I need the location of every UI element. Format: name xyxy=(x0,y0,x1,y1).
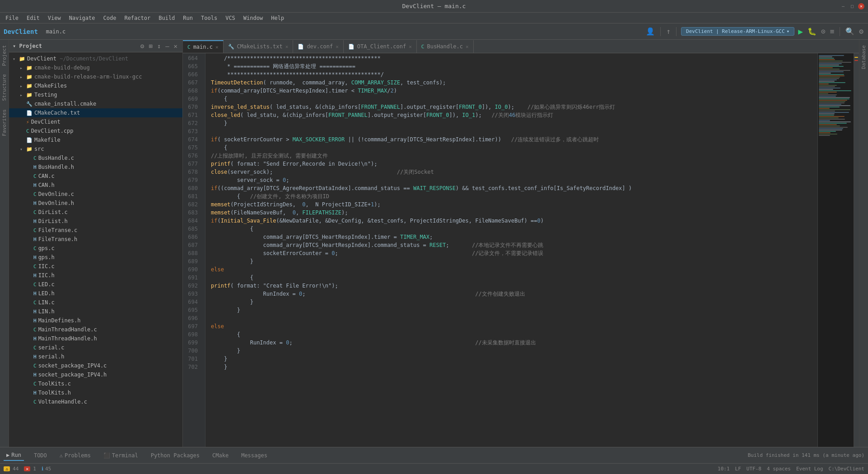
tree-item-dirlist-h[interactable]: ▸ H DirList.h xyxy=(9,217,182,226)
tree-item-gps-c[interactable]: ▸ C gps.c xyxy=(9,244,182,253)
menu-file[interactable]: File xyxy=(2,14,22,22)
run-button[interactable]: ▶ xyxy=(797,26,804,37)
panel-collapse-icon[interactable]: – xyxy=(164,42,170,50)
tree-item-serial-c[interactable]: ▸ C serial.c xyxy=(9,343,182,352)
tree-label-devclient-cpp: DevClient.cpp xyxy=(31,128,74,134)
side-tab-favorites[interactable]: Favorites xyxy=(0,106,8,140)
tree-item-socket-ipv4-h[interactable]: ▸ H socket_package_IPV4.h xyxy=(9,370,182,379)
tree-item-can-h[interactable]: ▸ H CAN.h xyxy=(9,181,182,190)
profile-icon[interactable]: 👤 xyxy=(645,26,656,37)
tree-item-serial-h[interactable]: ▸ H serial.h xyxy=(9,352,182,361)
menu-build[interactable]: Build xyxy=(155,14,178,22)
settings-icon[interactable]: ⚙ xyxy=(858,26,864,37)
file-tree: ▾ 📁 DevClient ~/Documents/DevClient ▸ 📁 … xyxy=(9,52,182,447)
menu-help[interactable]: Help xyxy=(267,14,288,22)
tree-item-testing[interactable]: ▸ 📁 Testing xyxy=(9,90,182,99)
tree-item-bushandle-c[interactable]: ▸ C BusHandle.c xyxy=(9,153,182,163)
tree-item-socket-ipv4-c[interactable]: ▸ C socket_package_IPV4.c xyxy=(9,361,182,370)
bottom-tab-run[interactable]: ▶ Run xyxy=(4,450,24,461)
tab-close-dev-conf[interactable]: ✕ xyxy=(336,44,339,50)
bottom-tab-cmake[interactable]: CMake xyxy=(210,451,231,460)
tree-item-iic-c[interactable]: ▸ C IIC.c xyxy=(9,262,182,271)
menu-navigate[interactable]: Navigate xyxy=(65,14,99,22)
tree-item-gps-h[interactable]: ▸ H gps.h xyxy=(9,253,182,262)
status-indent[interactable]: 4 spaces xyxy=(767,466,791,472)
minimap-line xyxy=(819,58,834,59)
tree-item-toolkits-h[interactable]: ▸ H ToolKits.h xyxy=(9,388,182,397)
status-line-ending[interactable]: LF xyxy=(735,466,741,472)
tree-item-can-c[interactable]: ▸ C CAN.c xyxy=(9,172,182,181)
panel-sort-icon[interactable]: ↕ xyxy=(156,42,162,50)
tab-dev-conf[interactable]: 📄 dev.conf ✕ xyxy=(293,40,343,53)
tree-item-mainthreadhandle-c[interactable]: ▸ C MainThreadHandle.c xyxy=(9,325,182,334)
tree-item-devclient-cpp[interactable]: ▸ C DevClient.cpp xyxy=(9,126,182,135)
tab-ota-conf[interactable]: 📄 OTA_Client.conf ✕ xyxy=(344,40,417,53)
side-tab-structure[interactable]: Structure xyxy=(0,70,8,105)
tree-item-led-c[interactable]: ▸ C LED.c xyxy=(9,280,182,289)
side-tab-project[interactable]: Project xyxy=(0,42,8,70)
tree-item-filetranse-c[interactable]: ▸ C FileTranse.c xyxy=(9,226,182,235)
tree-item-lin-c[interactable]: ▸ C LIN.c xyxy=(9,298,182,307)
tab-close-bushandle-c[interactable]: ✕ xyxy=(466,44,469,50)
tree-item-lin-h[interactable]: ▸ H LIN.h xyxy=(9,307,182,316)
tree-item-src[interactable]: ▾ 📁 src xyxy=(9,144,182,153)
status-encoding[interactable]: UTF-8 xyxy=(747,466,761,472)
tab-close-ota-conf[interactable]: ✕ xyxy=(409,44,412,50)
maximize-btn[interactable]: □ xyxy=(849,3,855,9)
menu-refactor[interactable]: Refactor xyxy=(121,14,154,22)
tab-bushandle-c[interactable]: C BusHandle.c ✕ xyxy=(417,40,474,53)
tree-item-maindefines-h[interactable]: ▸ H MainDefines.h xyxy=(9,316,182,325)
tree-item-toolkits-c[interactable]: ▸ C ToolKits.c xyxy=(9,379,182,388)
debug-button[interactable]: 🐛 xyxy=(807,26,817,37)
tree-item-mainthreadhandle-h[interactable]: ▸ H MainThreadHandle.h xyxy=(9,334,182,343)
bottom-tab-todo[interactable]: TODO xyxy=(31,451,50,460)
close-btn[interactable]: ✕ xyxy=(858,3,864,9)
side-tab-database[interactable]: Database xyxy=(860,42,868,73)
menu-view[interactable]: View xyxy=(44,14,65,22)
run-config-button[interactable]: DevClient | Release-ARM-Linux-GCC ▾ xyxy=(681,27,794,36)
tree-item-cmake-cache[interactable]: ▸ 📄 CMakeCache.txt xyxy=(9,108,182,117)
tree-item-makefile[interactable]: ▸ 📄 Makefile xyxy=(9,135,182,144)
tab-main-c[interactable]: C main.c ✕ xyxy=(183,40,224,53)
tree-item-dirlist-c[interactable]: ▸ C DirList.c xyxy=(9,208,182,217)
menu-code[interactable]: Code xyxy=(100,14,120,22)
menu-edit[interactable]: Edit xyxy=(23,14,43,22)
menu-vcs[interactable]: VCS xyxy=(222,14,239,22)
code-editor[interactable]: /***************************************… xyxy=(205,53,817,447)
menu-run[interactable]: Run xyxy=(179,14,196,22)
tab-close-cmakelists[interactable]: ✕ xyxy=(285,44,289,50)
tree-item-iic-h[interactable]: ▸ H IIC.h xyxy=(9,271,182,280)
tree-item-devclient-exe[interactable]: ▸ ⚡ DevClient xyxy=(9,117,182,126)
tab-close-main-c[interactable]: ✕ xyxy=(215,44,219,50)
panel-close-icon[interactable]: ✕ xyxy=(173,42,179,50)
tree-item-cmake-build-release[interactable]: ▸ 📁 cmake-build-release-arm-linux-gcc xyxy=(9,72,182,81)
tree-item-bushandle-h[interactable]: ▸ H BusHandle.h xyxy=(9,163,182,172)
search-everywhere-icon[interactable]: 🔍 xyxy=(845,26,855,37)
vcs-update-icon[interactable]: ↑ xyxy=(665,26,672,37)
tree-item-voltagehandle-c[interactable]: ▸ C VoltaneHandle.c xyxy=(9,397,182,406)
tree-item-devonline-h[interactable]: ▸ H DevOnline.h xyxy=(9,199,182,208)
panel-layout-icon[interactable]: ⊞ xyxy=(147,42,154,50)
bottom-tab-terminal[interactable]: ⬛ Terminal xyxy=(101,451,141,460)
coverage-button[interactable]: ⊙ xyxy=(820,26,826,37)
bottom-tab-python[interactable]: Python Packages xyxy=(148,451,202,460)
tree-item-cmake-build-debug[interactable]: ▸ 📁 cmake-build-debug xyxy=(9,63,182,72)
more-run-opts[interactable]: ≡ xyxy=(829,26,835,37)
tree-item-cmakefiles[interactable]: ▸ 📁 CMakeFiles xyxy=(9,81,182,90)
status-line-col[interactable]: 10:1 xyxy=(718,466,730,472)
tree-label-devonline-h: DevOnline.h xyxy=(38,200,74,206)
status-event-log[interactable]: Event Log xyxy=(796,466,823,472)
tree-item-filetranse-h[interactable]: ▸ H FileTranse.h xyxy=(9,235,182,244)
bottom-tab-problems[interactable]: ⚠ Problems xyxy=(57,451,93,460)
tree-item-devonline-c[interactable]: ▸ C DevOnline.c xyxy=(9,190,182,199)
tree-item-devclient-root[interactable]: ▾ 📁 DevClient ~/Documents/DevClient xyxy=(9,54,182,63)
menu-window[interactable]: Window xyxy=(240,14,266,22)
menu-tools[interactable]: Tools xyxy=(197,14,221,22)
panel-gear-icon[interactable]: ⚙ xyxy=(139,42,145,50)
tree-item-cmake-install[interactable]: ▸ 🔧 cmake_install.cmake xyxy=(9,99,182,108)
minimize-btn[interactable]: — xyxy=(840,3,846,9)
bottom-tab-messages[interactable]: Messages xyxy=(238,451,270,460)
tree-item-led-h[interactable]: ▸ H LED.h xyxy=(9,289,182,298)
editor-scrollbar[interactable] xyxy=(854,53,859,447)
tab-cmakelists[interactable]: 🔧 CMakeLists.txt ✕ xyxy=(224,40,294,53)
